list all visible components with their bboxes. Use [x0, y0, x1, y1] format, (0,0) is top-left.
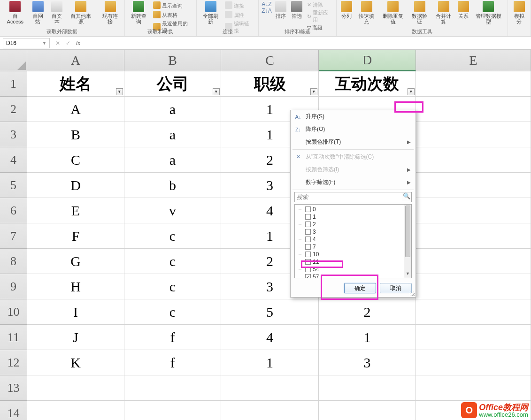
- ribbon-data-model[interactable]: 管理数据模型: [471, 0, 506, 25]
- cell-B1[interactable]: 公司▾: [124, 71, 221, 97]
- cell-B12[interactable]: f: [124, 350, 221, 375]
- row-header-14[interactable]: 14: [0, 401, 27, 420]
- cell-B4[interactable]: a: [124, 147, 221, 173]
- filter-checklist[interactable]: 01234710115457 ▲ ▼: [294, 204, 412, 278]
- sort-ascending[interactable]: A↓升序(S): [291, 110, 416, 123]
- filter-button-B[interactable]: ▾: [213, 88, 220, 95]
- search-icon[interactable]: 🔍: [402, 192, 411, 202]
- cell-D1[interactable]: 互动次数▾: [319, 71, 416, 97]
- filter-option-11[interactable]: 11: [297, 258, 409, 266]
- ribbon-new-query[interactable]: 新建查询: [127, 0, 151, 25]
- cell-C13[interactable]: [221, 375, 319, 401]
- checkbox[interactable]: [305, 252, 311, 257]
- cell-A1[interactable]: 姓名▾: [27, 71, 124, 97]
- cell-A5[interactable]: D: [27, 173, 124, 198]
- row-header-7[interactable]: 7: [0, 223, 27, 249]
- cell-A6[interactable]: E: [27, 198, 124, 223]
- column-header-C[interactable]: C: [221, 50, 319, 71]
- cell-B10[interactable]: c: [124, 299, 221, 325]
- cell-E6[interactable]: [416, 198, 531, 223]
- column-header-D[interactable]: D: [319, 50, 416, 71]
- column-header-E[interactable]: E: [416, 50, 531, 71]
- filter-search-input[interactable]: [295, 192, 402, 202]
- filter-search[interactable]: 🔍: [294, 192, 412, 202]
- filter-button-D[interactable]: ▾: [408, 88, 415, 95]
- ribbon-text-to-columns[interactable]: 分列: [339, 0, 354, 20]
- cell-A4[interactable]: C: [27, 147, 124, 173]
- ribbon-whatif[interactable]: 模拟分: [510, 0, 529, 25]
- cell-C1[interactable]: 职级▾: [221, 71, 319, 97]
- cell-E2[interactable]: [416, 97, 531, 122]
- cell-E10[interactable]: [416, 299, 531, 325]
- ribbon-data-validation[interactable]: 数据验证: [408, 0, 431, 25]
- sort-desc-icon[interactable]: Z↓A: [262, 8, 271, 14]
- checkbox[interactable]: [305, 237, 311, 242]
- cell-B8[interactable]: c: [124, 249, 221, 274]
- row-header-13[interactable]: 13: [0, 375, 27, 401]
- cancel-button[interactable]: 取消: [380, 283, 412, 293]
- spreadsheet-grid[interactable]: ABCDE 1234567891011121314 姓名▾公司▾职级▾互动次数▾…: [0, 50, 531, 420]
- cell-E3[interactable]: [416, 122, 531, 147]
- cell-E12[interactable]: [416, 350, 531, 375]
- cell-A11[interactable]: J: [27, 325, 124, 350]
- filter-option-57[interactable]: 57: [297, 273, 409, 278]
- filter-scrollbar[interactable]: ▲ ▼: [404, 205, 411, 278]
- cell-E8[interactable]: [416, 249, 531, 274]
- row-header-8[interactable]: 8: [0, 249, 27, 274]
- select-all-corner[interactable]: [0, 50, 27, 71]
- column-header-A[interactable]: A: [27, 50, 124, 71]
- checkbox[interactable]: [305, 267, 311, 272]
- row-header-4[interactable]: 4: [0, 147, 27, 173]
- filter-button-A[interactable]: ▾: [116, 88, 123, 95]
- cell-A8[interactable]: G: [27, 249, 124, 274]
- row-header-10[interactable]: 10: [0, 299, 27, 325]
- ribbon-from-web[interactable]: 自网站: [29, 0, 47, 25]
- formula-input[interactable]: [83, 38, 531, 48]
- sort-asc-icon[interactable]: A↓Z: [262, 1, 271, 8]
- ribbon-remove-dup[interactable]: 删除重复值: [378, 0, 408, 25]
- resize-handle[interactable]: [410, 291, 415, 296]
- ribbon-from-text[interactable]: 自文本: [47, 0, 66, 25]
- filter-option-0[interactable]: 0: [297, 206, 409, 213]
- checkbox[interactable]: [305, 259, 311, 265]
- cell-C11[interactable]: 4: [221, 325, 319, 350]
- cell-A7[interactable]: F: [27, 223, 124, 249]
- ribbon-from-access[interactable]: 自 Access: [2, 0, 29, 25]
- ribbon-existing-conn[interactable]: 现有连接: [98, 0, 122, 25]
- cell-C14[interactable]: [221, 401, 319, 420]
- cell-E11[interactable]: [416, 325, 531, 350]
- ribbon-consolidate[interactable]: 合并计算: [431, 0, 455, 25]
- cell-B2[interactable]: a: [124, 97, 221, 122]
- checkbox[interactable]: [305, 214, 311, 220]
- cell-B7[interactable]: c: [124, 223, 221, 249]
- cell-B13[interactable]: [124, 375, 221, 401]
- cell-A10[interactable]: I: [27, 299, 124, 325]
- cell-A12[interactable]: K: [27, 350, 124, 375]
- filter-option-10[interactable]: 10: [297, 251, 409, 258]
- cell-B6[interactable]: v: [124, 198, 221, 223]
- row-header-12[interactable]: 12: [0, 350, 27, 375]
- row-header-5[interactable]: 5: [0, 173, 27, 198]
- ribbon-flash-fill[interactable]: 快速填充: [354, 0, 378, 25]
- checkbox[interactable]: [305, 274, 311, 278]
- row-header-3[interactable]: 3: [0, 122, 27, 147]
- cell-D13[interactable]: [319, 375, 416, 401]
- cancel-formula-icon[interactable]: ✕: [53, 40, 63, 46]
- number-filters[interactable]: 数字筛选(F)▶: [291, 176, 416, 189]
- column-header-B[interactable]: B: [124, 50, 221, 71]
- cell-E5[interactable]: [416, 173, 531, 198]
- checkbox[interactable]: [305, 244, 311, 250]
- cell-E9[interactable]: [416, 274, 531, 299]
- cell-A14[interactable]: [27, 401, 124, 420]
- ribbon-relationships[interactable]: 关系: [455, 0, 471, 20]
- checkbox[interactable]: [305, 229, 311, 235]
- filter-option-54[interactable]: 54: [297, 266, 409, 273]
- filter-button-C[interactable]: ▾: [310, 88, 317, 95]
- row-header-6[interactable]: 6: [0, 198, 27, 223]
- cell-D11[interactable]: 1: [319, 325, 416, 350]
- ok-button[interactable]: 确定: [344, 283, 376, 293]
- cell-E1[interactable]: [416, 71, 531, 97]
- cell-B11[interactable]: f: [124, 325, 221, 350]
- row-header-9[interactable]: 9: [0, 274, 27, 299]
- cell-E7[interactable]: [416, 223, 531, 249]
